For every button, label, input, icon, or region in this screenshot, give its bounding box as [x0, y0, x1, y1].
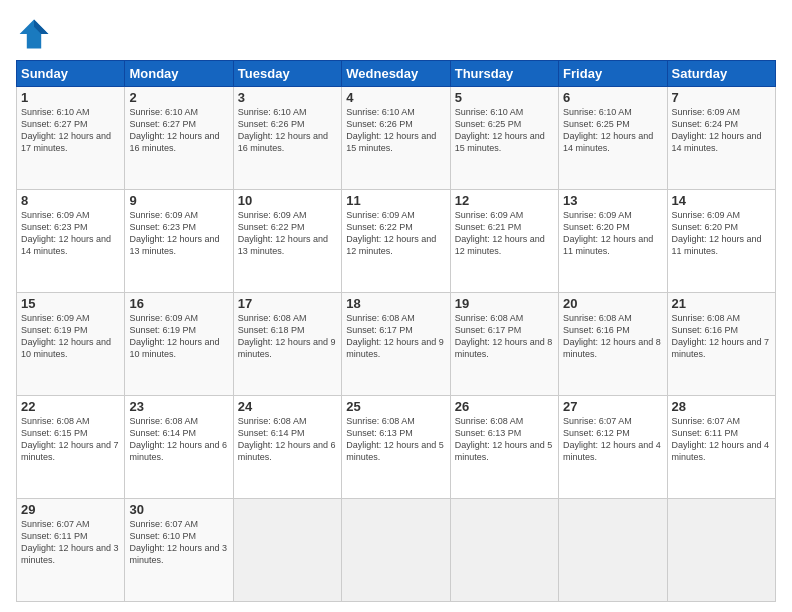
day-number: 20 [563, 296, 662, 311]
day-info: Sunrise: 6:08 AMSunset: 6:16 PMDaylight:… [563, 313, 661, 359]
day-info: Sunrise: 6:08 AMSunset: 6:18 PMDaylight:… [238, 313, 336, 359]
calendar-cell: 20 Sunrise: 6:08 AMSunset: 6:16 PMDaylig… [559, 293, 667, 396]
day-info: Sunrise: 6:09 AMSunset: 6:20 PMDaylight:… [563, 210, 653, 256]
calendar-cell: 12 Sunrise: 6:09 AMSunset: 6:21 PMDaylig… [450, 190, 558, 293]
calendar-cell: 29 Sunrise: 6:07 AMSunset: 6:11 PMDaylig… [17, 499, 125, 602]
calendar-cell: 26 Sunrise: 6:08 AMSunset: 6:13 PMDaylig… [450, 396, 558, 499]
day-info: Sunrise: 6:09 AMSunset: 6:19 PMDaylight:… [21, 313, 111, 359]
day-number: 3 [238, 90, 337, 105]
calendar-week-5: 29 Sunrise: 6:07 AMSunset: 6:11 PMDaylig… [17, 499, 776, 602]
day-number: 9 [129, 193, 228, 208]
day-info: Sunrise: 6:10 AMSunset: 6:25 PMDaylight:… [563, 107, 653, 153]
day-info: Sunrise: 6:08 AMSunset: 6:17 PMDaylight:… [346, 313, 444, 359]
day-info: Sunrise: 6:09 AMSunset: 6:22 PMDaylight:… [238, 210, 328, 256]
calendar-cell: 17 Sunrise: 6:08 AMSunset: 6:18 PMDaylig… [233, 293, 341, 396]
day-number: 10 [238, 193, 337, 208]
day-number: 25 [346, 399, 445, 414]
calendar-cell: 5 Sunrise: 6:10 AMSunset: 6:25 PMDayligh… [450, 87, 558, 190]
day-number: 18 [346, 296, 445, 311]
calendar-cell: 7 Sunrise: 6:09 AMSunset: 6:24 PMDayligh… [667, 87, 775, 190]
logo [16, 16, 56, 52]
calendar-week-1: 1 Sunrise: 6:10 AMSunset: 6:27 PMDayligh… [17, 87, 776, 190]
day-number: 19 [455, 296, 554, 311]
calendar-cell: 25 Sunrise: 6:08 AMSunset: 6:13 PMDaylig… [342, 396, 450, 499]
day-info: Sunrise: 6:09 AMSunset: 6:22 PMDaylight:… [346, 210, 436, 256]
day-number: 12 [455, 193, 554, 208]
calendar-cell: 4 Sunrise: 6:10 AMSunset: 6:26 PMDayligh… [342, 87, 450, 190]
calendar-cell: 15 Sunrise: 6:09 AMSunset: 6:19 PMDaylig… [17, 293, 125, 396]
calendar-cell [667, 499, 775, 602]
day-number: 14 [672, 193, 771, 208]
page: Sunday Monday Tuesday Wednesday Thursday… [0, 0, 792, 612]
day-info: Sunrise: 6:09 AMSunset: 6:23 PMDaylight:… [129, 210, 219, 256]
calendar-cell: 21 Sunrise: 6:08 AMSunset: 6:16 PMDaylig… [667, 293, 775, 396]
header [16, 16, 776, 52]
day-number: 26 [455, 399, 554, 414]
day-number: 23 [129, 399, 228, 414]
day-number: 1 [21, 90, 120, 105]
day-info: Sunrise: 6:08 AMSunset: 6:17 PMDaylight:… [455, 313, 553, 359]
calendar-cell: 23 Sunrise: 6:08 AMSunset: 6:14 PMDaylig… [125, 396, 233, 499]
day-info: Sunrise: 6:10 AMSunset: 6:27 PMDaylight:… [21, 107, 111, 153]
day-number: 7 [672, 90, 771, 105]
calendar-cell: 8 Sunrise: 6:09 AMSunset: 6:23 PMDayligh… [17, 190, 125, 293]
day-number: 24 [238, 399, 337, 414]
calendar-cell [450, 499, 558, 602]
calendar-cell: 19 Sunrise: 6:08 AMSunset: 6:17 PMDaylig… [450, 293, 558, 396]
col-wednesday: Wednesday [342, 61, 450, 87]
calendar-cell: 18 Sunrise: 6:08 AMSunset: 6:17 PMDaylig… [342, 293, 450, 396]
day-info: Sunrise: 6:07 AMSunset: 6:11 PMDaylight:… [672, 416, 770, 462]
day-info: Sunrise: 6:10 AMSunset: 6:26 PMDaylight:… [238, 107, 328, 153]
calendar-week-3: 15 Sunrise: 6:09 AMSunset: 6:19 PMDaylig… [17, 293, 776, 396]
day-info: Sunrise: 6:08 AMSunset: 6:14 PMDaylight:… [129, 416, 227, 462]
calendar-cell: 11 Sunrise: 6:09 AMSunset: 6:22 PMDaylig… [342, 190, 450, 293]
col-saturday: Saturday [667, 61, 775, 87]
header-row: Sunday Monday Tuesday Wednesday Thursday… [17, 61, 776, 87]
calendar-cell: 3 Sunrise: 6:10 AMSunset: 6:26 PMDayligh… [233, 87, 341, 190]
day-info: Sunrise: 6:07 AMSunset: 6:11 PMDaylight:… [21, 519, 119, 565]
day-number: 6 [563, 90, 662, 105]
day-info: Sunrise: 6:08 AMSunset: 6:13 PMDaylight:… [455, 416, 553, 462]
day-info: Sunrise: 6:07 AMSunset: 6:12 PMDaylight:… [563, 416, 661, 462]
day-info: Sunrise: 6:08 AMSunset: 6:13 PMDaylight:… [346, 416, 444, 462]
day-number: 29 [21, 502, 120, 517]
day-number: 21 [672, 296, 771, 311]
calendar-cell: 1 Sunrise: 6:10 AMSunset: 6:27 PMDayligh… [17, 87, 125, 190]
day-number: 13 [563, 193, 662, 208]
day-info: Sunrise: 6:08 AMSunset: 6:16 PMDaylight:… [672, 313, 770, 359]
day-info: Sunrise: 6:07 AMSunset: 6:10 PMDaylight:… [129, 519, 227, 565]
day-number: 30 [129, 502, 228, 517]
calendar-cell: 27 Sunrise: 6:07 AMSunset: 6:12 PMDaylig… [559, 396, 667, 499]
calendar-cell: 9 Sunrise: 6:09 AMSunset: 6:23 PMDayligh… [125, 190, 233, 293]
day-number: 28 [672, 399, 771, 414]
day-info: Sunrise: 6:08 AMSunset: 6:14 PMDaylight:… [238, 416, 336, 462]
day-number: 11 [346, 193, 445, 208]
day-number: 5 [455, 90, 554, 105]
col-tuesday: Tuesday [233, 61, 341, 87]
calendar-cell: 13 Sunrise: 6:09 AMSunset: 6:20 PMDaylig… [559, 190, 667, 293]
day-info: Sunrise: 6:09 AMSunset: 6:21 PMDaylight:… [455, 210, 545, 256]
calendar-cell: 24 Sunrise: 6:08 AMSunset: 6:14 PMDaylig… [233, 396, 341, 499]
day-number: 2 [129, 90, 228, 105]
calendar-cell [559, 499, 667, 602]
col-thursday: Thursday [450, 61, 558, 87]
calendar-cell [342, 499, 450, 602]
day-number: 22 [21, 399, 120, 414]
calendar-cell [233, 499, 341, 602]
day-number: 27 [563, 399, 662, 414]
calendar-cell: 2 Sunrise: 6:10 AMSunset: 6:27 PMDayligh… [125, 87, 233, 190]
day-info: Sunrise: 6:09 AMSunset: 6:23 PMDaylight:… [21, 210, 111, 256]
day-info: Sunrise: 6:08 AMSunset: 6:15 PMDaylight:… [21, 416, 119, 462]
calendar-week-4: 22 Sunrise: 6:08 AMSunset: 6:15 PMDaylig… [17, 396, 776, 499]
day-info: Sunrise: 6:10 AMSunset: 6:27 PMDaylight:… [129, 107, 219, 153]
calendar-cell: 28 Sunrise: 6:07 AMSunset: 6:11 PMDaylig… [667, 396, 775, 499]
day-info: Sunrise: 6:09 AMSunset: 6:19 PMDaylight:… [129, 313, 219, 359]
calendar: Sunday Monday Tuesday Wednesday Thursday… [16, 60, 776, 602]
day-number: 16 [129, 296, 228, 311]
calendar-cell: 16 Sunrise: 6:09 AMSunset: 6:19 PMDaylig… [125, 293, 233, 396]
day-number: 4 [346, 90, 445, 105]
col-friday: Friday [559, 61, 667, 87]
day-info: Sunrise: 6:10 AMSunset: 6:25 PMDaylight:… [455, 107, 545, 153]
day-info: Sunrise: 6:09 AMSunset: 6:24 PMDaylight:… [672, 107, 762, 153]
calendar-cell: 14 Sunrise: 6:09 AMSunset: 6:20 PMDaylig… [667, 190, 775, 293]
